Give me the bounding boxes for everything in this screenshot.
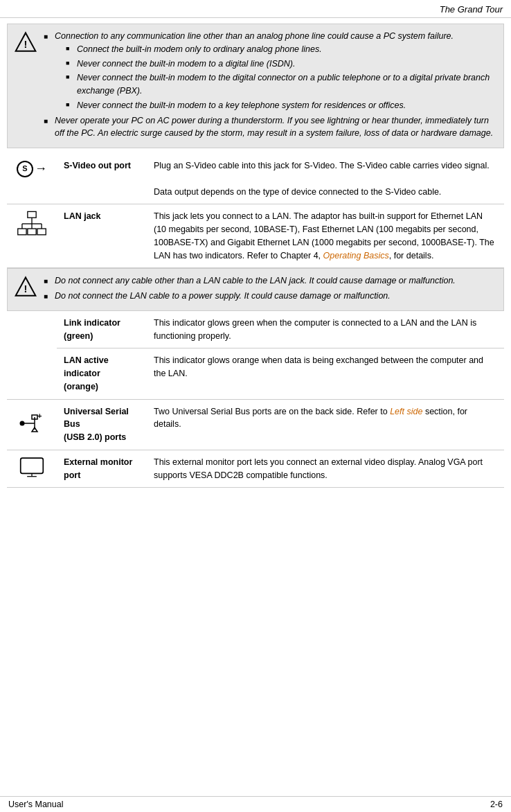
svideo-desc: Plug an S-Video cable into this jack for… (147, 154, 504, 204)
small-warning-box: ! Do not connect any cable other than a … (7, 268, 504, 311)
svideo-label: S-Video out port (57, 154, 147, 204)
svg-text:+: + (37, 413, 42, 420)
footer-left: User's Manual (8, 800, 64, 809)
table-row-link-indicator: Link indicator(green) This indicator glo… (7, 311, 504, 348)
content-table-2: Link indicator(green) This indicator glo… (7, 311, 504, 488)
lan-icon (14, 210, 50, 242)
main-warning-box: ! Connection to any communication line o… (7, 24, 504, 148)
content-table: S → S-Video out port Plug an S-Video cab… (7, 154, 504, 268)
warning-sub-item-3: Never connect the built-in modem to the … (66, 71, 495, 98)
svg-text:!: ! (24, 283, 28, 294)
lan-active-label: LAN active indicator(orange) (57, 348, 147, 399)
svg-rect-2 (28, 212, 36, 218)
svg-rect-20 (21, 458, 44, 473)
warning-item-2: Never operate your PC on AC power during… (44, 114, 495, 141)
table-row-lan-active: LAN active indicator(orange) This indica… (7, 348, 504, 399)
usb-icon-cell: + (7, 399, 57, 450)
warning-content: Connection to any communication line oth… (44, 30, 495, 142)
link-indicator-icon-cell (7, 311, 57, 399)
lan-active-desc: This indicator glows orange when data is… (147, 348, 504, 399)
svg-rect-5 (37, 229, 46, 235)
link-indicator-desc: This indicator glows green when the comp… (147, 311, 504, 348)
monitor-label: External monitorport (57, 450, 147, 488)
usb-desc: Two Universal Serial Bus ports are on th… (147, 399, 504, 450)
footer-right: 2-6 (490, 800, 503, 809)
link-indicator-label: Link indicator(green) (57, 311, 147, 348)
table-row-usb: + Universal Serial Bus(USB 2.0) ports Tw… (7, 399, 504, 450)
lan-icon-cell (7, 204, 57, 268)
page-header: The Grand Tour (0, 0, 511, 18)
svideo-icon-cell: S → (7, 154, 57, 204)
usb-icon: + (14, 413, 50, 436)
monitor-icon-cell (7, 450, 57, 488)
table-row-monitor: External monitorport This external monit… (7, 450, 504, 488)
svideo-icon: S → (17, 159, 47, 178)
warning-sub-item-1: Connect the built-in modem only to ordin… (66, 43, 495, 56)
small-warning-icon: ! (13, 274, 38, 305)
warning-sub-item-4: Never connect the built-in modem to a ke… (66, 99, 495, 112)
small-warning-content: Do not connect any cable other than a LA… (44, 274, 495, 305)
warning-sub-item-2: Never connect the built-in modem to a di… (66, 58, 495, 71)
lan-desc: This jack lets you connect to a LAN. The… (147, 204, 504, 268)
table-row-lan: LAN jack This jack lets you connect to a… (7, 204, 504, 268)
operating-basics-link[interactable]: Operating Basics (323, 251, 389, 261)
usb-label: Universal Serial Bus(USB 2.0) ports (57, 399, 147, 450)
monitor-icon (14, 457, 50, 482)
small-warning-item-1: Do not connect any cable other than a LA… (44, 274, 495, 288)
table-row-svideo: S → S-Video out port Plug an S-Video cab… (7, 154, 504, 204)
lan-label: LAN jack (57, 204, 147, 268)
svg-rect-3 (18, 229, 26, 235)
page-footer: User's Manual 2-6 (0, 796, 511, 812)
left-side-link[interactable]: Left side (390, 407, 422, 416)
monitor-desc: This external monitor port lets you conn… (147, 450, 504, 488)
header-title: The Grand Tour (440, 4, 503, 15)
warning-icon: ! (13, 30, 38, 142)
small-warning-item-2: Do not connect the LAN cable to a power … (44, 290, 495, 303)
warning-item-1: Connection to any communication line oth… (44, 30, 495, 112)
svg-rect-4 (28, 229, 36, 235)
svg-text:!: ! (24, 39, 28, 50)
